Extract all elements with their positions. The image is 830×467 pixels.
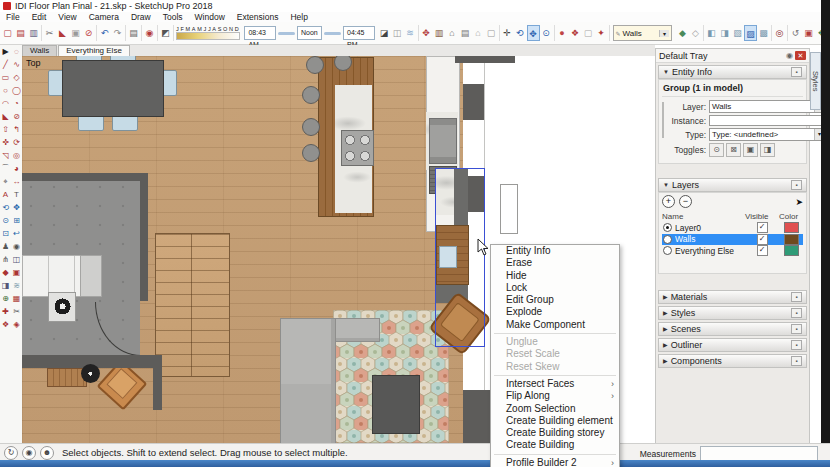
context-item-zoom-selection[interactable]: Zoom Selection bbox=[491, 403, 619, 415]
scale-tool-icon[interactable]: ◹ bbox=[0, 149, 11, 162]
menu-draw[interactable]: Draw bbox=[125, 12, 157, 22]
layer-visible-checkbox[interactable]: ✓ bbox=[757, 222, 768, 233]
soften-edges-icon[interactable]: ≋ bbox=[404, 25, 417, 41]
user-icon[interactable]: ☻ bbox=[40, 446, 54, 460]
home-icon[interactable]: ⌂ bbox=[446, 25, 459, 41]
circle-tool-icon[interactable]: ○ bbox=[0, 84, 11, 97]
speaker[interactable] bbox=[81, 364, 100, 383]
redo-icon[interactable]: ↷ bbox=[111, 25, 124, 41]
shadow-settings-icon[interactable]: ◩ bbox=[159, 25, 172, 41]
circle-slash-icon[interactable]: ⊘ bbox=[82, 25, 95, 41]
stove-cooktop[interactable] bbox=[341, 130, 374, 166]
follow-me-tool-icon[interactable]: ↰ bbox=[11, 123, 22, 136]
protractor-tool-icon[interactable]: ◕ bbox=[11, 162, 22, 175]
ground-shadows-icon[interactable]: ◫ bbox=[391, 25, 404, 41]
face-style-5-icon[interactable]: ▩ bbox=[757, 25, 770, 41]
rollback-icon[interactable]: ↺ bbox=[789, 25, 802, 41]
wall-segment[interactable] bbox=[463, 390, 493, 443]
section-plane-tool-icon[interactable]: ◫ bbox=[11, 253, 22, 266]
line-tool-icon[interactable]: ╱ bbox=[0, 58, 11, 71]
washer[interactable] bbox=[48, 292, 76, 322]
instance-input[interactable] bbox=[709, 115, 825, 126]
scene-tab-walls[interactable]: Walls bbox=[22, 45, 57, 56]
shadows-tool-icon[interactable]: ◨ bbox=[0, 279, 11, 292]
printer-icon[interactable]: ▤ bbox=[459, 25, 472, 41]
coffee-table[interactable] bbox=[372, 375, 420, 434]
pan-tool-icon[interactable]: ✥ bbox=[11, 201, 22, 214]
dimension-tool-icon[interactable]: ↔ bbox=[11, 175, 22, 188]
zoom-window-tool-icon[interactable]: ⊞ bbox=[11, 214, 22, 227]
tool-red-icon[interactable]: ▣ bbox=[802, 25, 815, 41]
shadow-months-slider[interactable] bbox=[176, 32, 240, 40]
pie-tool-icon[interactable]: ◔ bbox=[11, 97, 22, 110]
context-item-create-building[interactable]: Create Building bbox=[491, 439, 619, 451]
arc-tool-icon[interactable]: ◠ bbox=[0, 97, 11, 110]
hidden-toggle-icon[interactable]: ⊙ bbox=[709, 143, 724, 157]
component-tool-icon[interactable]: ◆ bbox=[0, 266, 11, 279]
utility-room-wall-right[interactable] bbox=[140, 173, 148, 301]
section-options-icon[interactable]: ▪ bbox=[791, 180, 802, 190]
previous-view-icon[interactable]: ✛ bbox=[501, 25, 514, 41]
position-texture-icon[interactable]: ✥ bbox=[420, 25, 433, 41]
shadow-months-strip[interactable]: JFMAMJJASOND bbox=[176, 26, 240, 40]
measurements-input[interactable] bbox=[700, 446, 818, 461]
menu-file[interactable]: File bbox=[0, 12, 26, 22]
new-icon[interactable]: ▢ bbox=[1, 25, 14, 41]
styles-section-header[interactable]: ▶Styles▪ bbox=[658, 306, 807, 320]
context-item-lock[interactable]: Lock bbox=[491, 282, 619, 294]
sphere-icon[interactable]: ● bbox=[556, 25, 569, 41]
blank-tool-icon[interactable]: ▢ bbox=[582, 25, 595, 41]
print-icon[interactable]: ▤ bbox=[127, 25, 140, 41]
bar-stool[interactable] bbox=[302, 118, 320, 136]
shadow-time-start[interactable]: 08:43 AM bbox=[244, 26, 275, 40]
wall-segment[interactable] bbox=[455, 56, 515, 63]
add-location-tool-icon[interactable]: ⊕ bbox=[0, 292, 11, 305]
paint-tool-icon[interactable]: ◣ bbox=[0, 110, 11, 123]
menu-help[interactable]: Help bbox=[284, 12, 313, 22]
menu-extensions[interactable]: Extensions bbox=[231, 12, 285, 22]
scenes-section-header[interactable]: ▶Scenes▪ bbox=[658, 322, 807, 336]
layer-radio[interactable] bbox=[663, 246, 672, 255]
pin-icon[interactable]: ◉ bbox=[786, 51, 793, 60]
menu-edit[interactable]: Edit bbox=[26, 12, 53, 22]
section-options-icon[interactable]: ▪ bbox=[791, 308, 802, 318]
appliance[interactable] bbox=[429, 118, 457, 164]
menu-camera[interactable]: Camera bbox=[83, 12, 125, 22]
layer-row-walls[interactable]: Walls✓ bbox=[662, 234, 803, 246]
undo-icon[interactable]: ↶ bbox=[98, 25, 111, 41]
offset-tool-icon[interactable]: ◎ bbox=[11, 149, 22, 162]
previous-tool-icon[interactable]: ↩ bbox=[11, 227, 22, 240]
context-item-intersect-faces[interactable]: Intersect Faces› bbox=[491, 378, 619, 390]
position-camera-tool-icon[interactable]: ♟ bbox=[0, 240, 11, 253]
paint-bucket-icon[interactable]: ◣ bbox=[56, 25, 69, 41]
menu-view[interactable]: View bbox=[52, 12, 82, 22]
cast-shadows-toggle-icon[interactable]: ◨ bbox=[760, 143, 775, 157]
entity-info-section-header[interactable]: ▼ Entity Info ▪ bbox=[658, 65, 807, 79]
look-around-tool-icon[interactable]: ◉ bbox=[11, 240, 22, 253]
3d-text-tool-icon[interactable]: T bbox=[11, 188, 22, 201]
move-tool-icon[interactable]: ✜ bbox=[0, 136, 11, 149]
context-item-entity-info[interactable]: Entity Info bbox=[491, 245, 619, 257]
section-options-icon[interactable]: ▪ bbox=[791, 67, 802, 77]
layer-visible-checkbox[interactable]: ✓ bbox=[757, 234, 768, 245]
dining-table[interactable] bbox=[62, 60, 164, 117]
locked-toggle-icon[interactable]: ⊠ bbox=[726, 143, 741, 157]
components-section-header[interactable]: ▶Components▪ bbox=[658, 354, 807, 368]
select-tool-icon[interactable]: ▶ bbox=[0, 45, 11, 58]
section-options-icon[interactable]: ▪ bbox=[791, 340, 802, 350]
shadow-toggle-icon[interactable]: ◪ bbox=[378, 25, 391, 41]
window[interactable] bbox=[500, 184, 518, 234]
section-options-icon[interactable]: ▪ bbox=[791, 292, 802, 302]
group-tool-icon[interactable]: ▣ bbox=[11, 266, 22, 279]
polygon-tool-icon[interactable]: ◯ bbox=[11, 84, 22, 97]
target-icon[interactable]: ◎ bbox=[773, 25, 786, 41]
laundry-sink[interactable] bbox=[80, 255, 102, 297]
shadow-time-slider-left[interactable] bbox=[278, 32, 295, 35]
save-icon[interactable]: ▥ bbox=[27, 25, 40, 41]
wall-stub[interactable] bbox=[153, 355, 162, 410]
tray-side-tab[interactable]: Styles bbox=[810, 52, 821, 110]
context-item-create-building-element[interactable]: Create Building element bbox=[491, 415, 619, 427]
layer-radio[interactable] bbox=[663, 235, 672, 244]
context-item-hide[interactable]: Hide bbox=[491, 270, 619, 282]
utility-room-wall-top[interactable] bbox=[22, 173, 148, 181]
